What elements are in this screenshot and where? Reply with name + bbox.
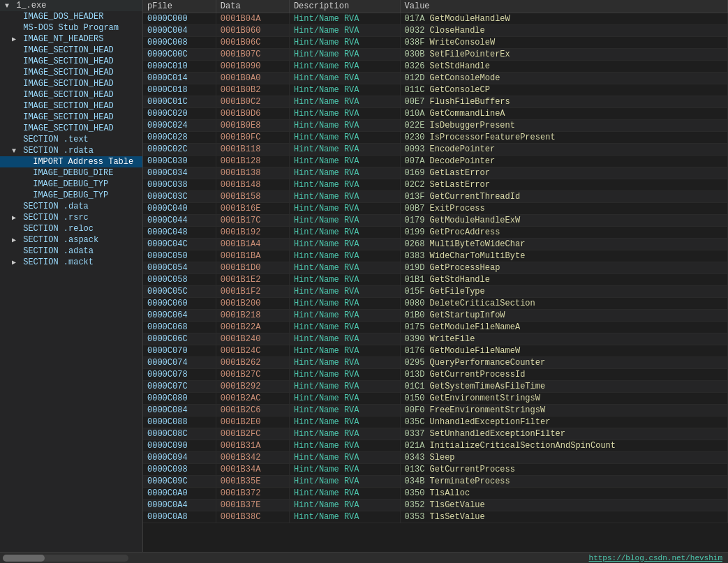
tree-item-section-head-1[interactable]: IMAGE_SECTION_HEAD: [0, 45, 142, 56]
table-row[interactable]: 0000C024 0001B0E8 Hint/Name RVA 022E IsD…: [143, 120, 728, 132]
table-row[interactable]: 0000C09C 0001B35E Hint/Name RVA 034B Ter…: [143, 476, 728, 488]
table-row[interactable]: 0000C0A0 0001B372 Hint/Name RVA 0350 Tls…: [143, 488, 728, 500]
scrollbar-thumb[interactable]: [3, 555, 45, 562]
tree-item-section-mackt[interactable]: ▶ SECTION .mackt: [0, 257, 142, 268]
table-row[interactable]: 0000C068 0001B22A Hint/Name RVA 0175 Get…: [143, 322, 728, 333]
tree-item-section-aspack[interactable]: ▶ SECTION .aspack: [0, 234, 142, 246]
table-row[interactable]: 0000C064 0001B218 Hint/Name RVA 01B0 Get…: [143, 310, 728, 322]
expand-icon: ▼: [10, 147, 18, 155]
cell-desc: Hint/Name RVA: [289, 227, 400, 239]
table-row[interactable]: 0000C00C 0001B07C Hint/Name RVA 030B Set…: [143, 49, 728, 61]
cell-data: 0001B1A4: [216, 239, 289, 250]
table-row[interactable]: 0000C030 0001B128 Hint/Name RVA 007A Dec…: [143, 156, 728, 167]
table-row[interactable]: 0000C054 0001B1D0 Hint/Name RVA 019D Get…: [143, 262, 728, 274]
cell-desc: Hint/Name RVA: [289, 452, 400, 464]
table-row[interactable]: 0000C08C 0001B2FC Hint/Name RVA 0337 Set…: [143, 428, 728, 440]
cell-data: 0001B192: [216, 227, 289, 239]
cell-data: 0001B35E: [216, 476, 289, 488]
cell-func-name: InitializeCriticalSectionAndSpinCount: [430, 441, 616, 451]
cell-pfile: 0000C004: [143, 25, 216, 37]
table-row[interactable]: 0000C090 0001B31A Hint/Name RVA 021A Ini…: [143, 440, 728, 452]
cell-pfile: 0000C080: [143, 393, 216, 405]
table-row[interactable]: 0000C028 0001B0FC Hint/Name RVA 0230 IsP…: [143, 132, 728, 144]
table-row[interactable]: 0000C098 0001B34A Hint/Name RVA 013C Get…: [143, 464, 728, 476]
cell-data: 0001B1D0: [216, 262, 289, 274]
cell-pfile: 0000C02C: [143, 144, 216, 156]
table-row[interactable]: 0000C02C 0001B118 Hint/Name RVA 0093 Enc…: [143, 144, 728, 156]
cell-desc: Hint/Name RVA: [289, 428, 400, 440]
cell-val-id: 022E: [405, 121, 425, 130]
table-row[interactable]: 0000C0A4 0001B37E Hint/Name RVA 0352 Tls…: [143, 500, 728, 511]
tree-item-section-head-7[interactable]: IMAGE_SECTION_HEAD: [0, 112, 142, 123]
table-row[interactable]: 0000C088 0001B2E0 Hint/Name RVA 035C Unh…: [143, 416, 728, 428]
cell-func-name: GetSystemTimeAsFileTime: [430, 382, 546, 391]
tree-item-image-debug-typ1[interactable]: IMAGE_DEBUG_TYP: [0, 179, 142, 190]
tree-item-section-data[interactable]: SECTION .data: [0, 201, 142, 212]
table-row[interactable]: 0000C010 0001B090 Hint/Name RVA 0326 Set…: [143, 61, 728, 73]
table-row[interactable]: 0000C034 0001B138 Hint/Name RVA 0169 Get…: [143, 167, 728, 179]
horizontal-scrollbar[interactable]: [3, 555, 128, 562]
table-row[interactable]: 0000C078 0001B27C Hint/Name RVA 013D Get…: [143, 369, 728, 381]
cell-val-id: 013D: [405, 370, 425, 380]
tree-root[interactable]: ▼ 1_.exe: [0, 0, 142, 11]
table-row[interactable]: 0000C07C 0001B292 Hint/Name RVA 01C1 Get…: [143, 381, 728, 393]
table-row[interactable]: 0000C038 0001B148 Hint/Name RVA 02C2 Set…: [143, 179, 728, 191]
cell-value: 0390 WriteFile: [400, 333, 727, 345]
table-row[interactable]: 0000C044 0001B17C Hint/Name RVA 0179 Get…: [143, 215, 728, 227]
cell-value: 00B7 ExitProcess: [400, 203, 727, 215]
table-row[interactable]: 0000C004 0001B060 Hint/Name RVA 0032 Clo…: [143, 25, 728, 37]
table-row[interactable]: 0000C080 0001B2AC Hint/Name RVA 0150 Get…: [143, 393, 728, 405]
table-row[interactable]: 0000C000 0001B04A Hint/Name RVA 017A Get…: [143, 13, 728, 25]
tree-item-dos-header[interactable]: IMAGE_DOS_HEADER: [0, 11, 142, 22]
table-row[interactable]: 0000C04C 0001B1A4 Hint/Name RVA 0268 Mul…: [143, 239, 728, 250]
cell-desc: Hint/Name RVA: [289, 144, 400, 156]
table-row[interactable]: 0000C074 0001B262 Hint/Name RVA 0295 Que…: [143, 357, 728, 369]
tree-item-section-reloc[interactable]: SECTION .reloc: [0, 223, 142, 234]
table-row[interactable]: 0000C01C 0001B0C2 Hint/Name RVA 00E7 Flu…: [143, 96, 728, 108]
bottom-link[interactable]: https://blog.csdn.net/hevshim: [589, 554, 722, 562]
cell-pfile: 0000C048: [143, 227, 216, 239]
table-row[interactable]: 0000C06C 0001B240 Hint/Name RVA 0390 Wri…: [143, 333, 728, 345]
cell-val-id: 0295: [405, 358, 425, 368]
data-table: pFile Data Description Value 0000C000 00…: [143, 0, 728, 523]
table-row[interactable]: 0000C018 0001B0B2 Hint/Name RVA 011C Get…: [143, 84, 728, 96]
tree-item-section-head-5[interactable]: IMAGE_SECTION_HEAD: [0, 89, 142, 100]
cell-data: 0001B2C6: [216, 405, 289, 416]
table-row[interactable]: 0000C03C 0001B158 Hint/Name RVA 013F Get…: [143, 191, 728, 203]
table-row[interactable]: 0000C084 0001B2C6 Hint/Name RVA 00F0 Fre…: [143, 405, 728, 416]
table-row[interactable]: 0000C048 0001B192 Hint/Name RVA 0199 Get…: [143, 227, 728, 239]
tree-item-label: IMAGE_SECTION_HEAD: [18, 57, 114, 66]
tree-item-ms-dos-stub[interactable]: MS-DOS Stub Program: [0, 22, 142, 33]
table-row[interactable]: 0000C070 0001B24C Hint/Name RVA 0176 Get…: [143, 345, 728, 357]
table-row[interactable]: 0000C0A8 0001B38C Hint/Name RVA 0353 Tls…: [143, 511, 728, 523]
tree-item-image-debug-typ2[interactable]: IMAGE_DEBUG_TYP: [0, 190, 142, 201]
tree-item-import-addr-table[interactable]: IMPORT Address Table: [0, 156, 142, 167]
tree-item-section-text[interactable]: SECTION .text: [0, 134, 142, 145]
tree-item-section-head-4[interactable]: IMAGE_SECTION_HEAD: [0, 78, 142, 89]
cell-desc: Hint/Name RVA: [289, 298, 400, 310]
tree-item-section-rsrc[interactable]: ▶ SECTION .rsrc: [0, 212, 142, 223]
table-row[interactable]: 0000C014 0001B0A0 Hint/Name RVA 012D Get…: [143, 73, 728, 84]
table-row[interactable]: 0000C020 0001B0D6 Hint/Name RVA 010A Get…: [143, 108, 728, 120]
table-row[interactable]: 0000C050 0001B1BA Hint/Name RVA 0383 Wid…: [143, 250, 728, 262]
tree-item-section-head-6[interactable]: IMAGE_SECTION_HEAD: [0, 100, 142, 112]
table-row[interactable]: 0000C094 0001B342 Hint/Name RVA 0343 Sle…: [143, 452, 728, 464]
cell-desc: Hint/Name RVA: [289, 108, 400, 120]
cell-desc: Hint/Name RVA: [289, 156, 400, 167]
cell-pfile: 0000C09C: [143, 476, 216, 488]
tree-panel[interactable]: ▼ 1_.exe IMAGE_DOS_HEADER MS-DOS Stub Pr…: [0, 0, 143, 552]
table-row[interactable]: 0000C058 0001B1E2 Hint/Name RVA 01B1 Get…: [143, 274, 728, 286]
tree-item-section-head-8[interactable]: IMAGE_SECTION_HEAD: [0, 123, 142, 134]
tree-item-section-adata[interactable]: SECTION .adata: [0, 246, 142, 257]
data-panel[interactable]: pFile Data Description Value 0000C000 00…: [143, 0, 728, 552]
tree-item-section-head-3[interactable]: IMAGE_SECTION_HEAD: [0, 67, 142, 78]
cell-desc: Hint/Name RVA: [289, 191, 400, 203]
table-row[interactable]: 0000C060 0001B200 Hint/Name RVA 0080 Del…: [143, 298, 728, 310]
table-row[interactable]: 0000C040 0001B16E Hint/Name RVA 00B7 Exi…: [143, 203, 728, 215]
tree-item-section-head-2[interactable]: IMAGE_SECTION_HEAD: [0, 56, 142, 67]
tree-item-image-debug-dir[interactable]: IMAGE_DEBUG_DIRE: [0, 167, 142, 179]
table-row[interactable]: 0000C008 0001B06C Hint/Name RVA 038F Wri…: [143, 37, 728, 49]
table-row[interactable]: 0000C05C 0001B1F2 Hint/Name RVA 015F Get…: [143, 286, 728, 298]
tree-item-section-rdata[interactable]: ▼ SECTION .rdata: [0, 145, 142, 156]
tree-item-nt-headers[interactable]: ▶ IMAGE_NT_HEADERS: [0, 33, 142, 45]
